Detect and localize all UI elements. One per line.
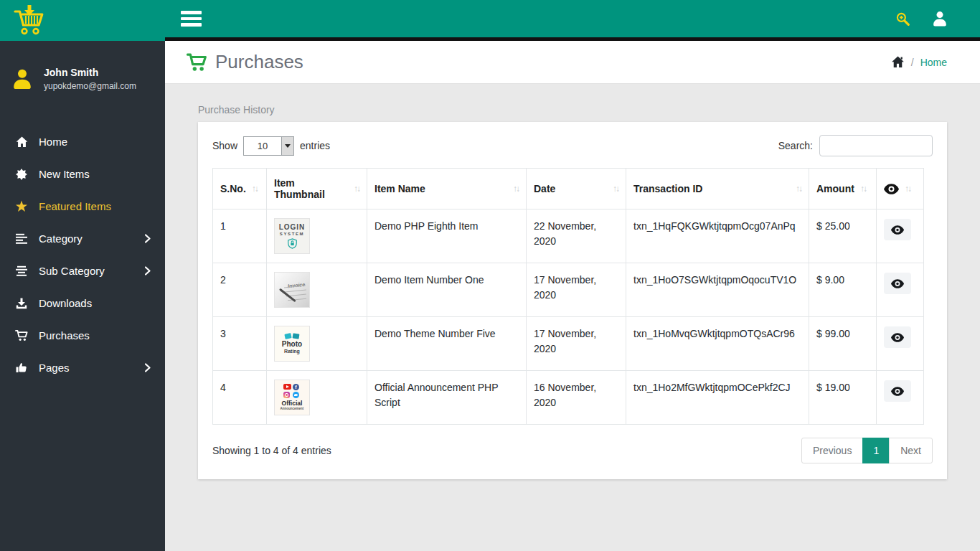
cell-sno: 2 [213, 263, 267, 317]
list-centered-icon [14, 265, 29, 276]
official-announcement-thumbnail: f Official Announcement [274, 380, 310, 415]
column-header-sno[interactable]: S.No.↑↓ [213, 169, 267, 209]
entries-summary: Showing 1 to 4 of 4 entries [212, 445, 331, 456]
cell-date: 22 November, 2020 [527, 209, 626, 263]
column-header-item-name[interactable]: Item Name↑↓ [367, 169, 527, 209]
cart-icon [14, 329, 29, 342]
user-avatar-icon [11, 67, 35, 90]
search-control: Search: [778, 135, 933, 156]
cell-transaction-id: txn_1HoMvqGWktjtqpmOTQsACr96 [626, 317, 809, 371]
column-header-amount[interactable]: Amount↑↓ [809, 169, 877, 209]
cell-transaction-id: txn_1HoO7SGWktjtqpmOqocuTV1O [626, 263, 809, 317]
login-system-thumbnail: LOGIN SYSTEM [274, 218, 310, 254]
column-header-view[interactable]: ↑↓ [877, 169, 924, 209]
home-icon[interactable] [891, 56, 905, 68]
user-name: John Smith [44, 67, 136, 78]
sort-icon: ↑↓ [905, 184, 910, 194]
cart-download-logo-icon [11, 5, 47, 37]
purchase-history-table: S.No.↑↓ Item Thumbnail↑↓ Item Name↑↓ Dat… [212, 168, 924, 425]
sidebar-item-new-items[interactable]: New Items [0, 158, 165, 190]
cell-item-name: Demo Theme Number Five [367, 317, 527, 371]
cell-date: 16 November, 2020 [527, 371, 626, 425]
invoice-thumbnail: Invoice [274, 272, 310, 308]
page-size-value: 10 [244, 137, 281, 155]
view-button[interactable] [884, 219, 911, 240]
page-title: Purchases [187, 51, 303, 73]
sidebar: John Smith yupokdemo@gmail.com Home New … [0, 0, 165, 551]
cell-item-name: Demo PHP Eighth Item [367, 209, 527, 263]
brand-logo[interactable] [0, 0, 165, 41]
table-controls: Show 10 entries Search: [212, 135, 933, 156]
table-row: 3 Photo Rating Demo Theme Number Five 17… [213, 317, 924, 371]
photo-cards-graphic [285, 334, 299, 339]
cell-transaction-id: txn_1Ho2MfGWktjtqpmOCePkf2CJ [626, 371, 809, 425]
column-header-transaction-id[interactable]: Transaction ID↑↓ [626, 169, 809, 209]
cell-amount: $ 25.00 [809, 209, 877, 263]
sort-icon: ↑↓ [796, 184, 801, 194]
next-page-button[interactable]: Next [889, 438, 933, 463]
breadcrumb-home-link[interactable]: Home [920, 57, 947, 68]
cell-sno: 4 [213, 371, 267, 425]
sidebar-item-category[interactable]: Category [0, 222, 165, 255]
sidebar-item-label: Pages [39, 362, 70, 374]
search-label: Search: [778, 140, 813, 151]
sort-icon: ↑↓ [354, 184, 359, 194]
page-title-text: Purchases [215, 51, 303, 73]
sidebar-item-label: New Items [39, 168, 90, 180]
facebook-icon: f [293, 384, 299, 390]
cell-transaction-id: txn_1HqFQKGWktjtqpmOcg07AnPq [626, 209, 809, 263]
table-row: 4 f Official [213, 371, 924, 425]
social-icons-graphic: f [283, 384, 301, 398]
table-row: 1 LOGIN SYSTEM Demo PHP Eighth Item 22 N… [213, 209, 924, 263]
show-label: Show [212, 140, 237, 151]
cell-sno: 1 [213, 209, 267, 263]
chevron-right-icon [145, 234, 151, 243]
page-size-select[interactable]: 10 [243, 136, 294, 156]
entries-label: entries [300, 140, 330, 151]
cell-date: 17 November, 2020 [527, 263, 626, 317]
instagram-icon [283, 392, 290, 398]
sidebar-item-downloads[interactable]: Downloads [0, 287, 165, 319]
previous-page-button[interactable]: Previous [801, 438, 863, 463]
burst-icon [14, 169, 29, 180]
main-area: Purchases / Home Purchase History Show 1… [165, 0, 980, 551]
view-button[interactable] [884, 273, 911, 294]
section-label: Purchase History [198, 104, 947, 116]
topbar [165, 0, 980, 41]
cell-item-name: Demo Item Number One [367, 263, 527, 317]
app-root: John Smith yupokdemo@gmail.com Home New … [0, 0, 980, 551]
page-1-button[interactable]: 1 [862, 438, 890, 463]
column-header-thumbnail[interactable]: Item Thumbnail↑↓ [267, 169, 367, 209]
page-header: Purchases / Home [165, 41, 980, 84]
column-header-date[interactable]: Date↑↓ [527, 169, 626, 209]
cell-amount: $ 9.00 [809, 263, 877, 317]
hamburger-menu-icon[interactable] [181, 11, 202, 27]
eye-icon [884, 184, 899, 194]
sort-icon: ↑↓ [513, 184, 519, 194]
user-menu-icon[interactable] [931, 10, 948, 27]
photo-rating-thumbnail: Photo Rating [274, 326, 310, 362]
sidebar-item-home[interactable]: Home [0, 126, 165, 158]
sort-icon: ↑↓ [860, 184, 866, 194]
user-panel: John Smith yupokdemo@gmail.com [0, 41, 165, 97]
view-button[interactable] [884, 326, 911, 348]
sidebar-item-featured-items[interactable]: Featured Items [0, 190, 165, 222]
sidebar-item-label: Downloads [39, 297, 92, 309]
select-dropdown-arrow-icon [281, 137, 293, 155]
sidebar-item-label: Featured Items [39, 200, 111, 212]
sidebar-item-sub-category[interactable]: Sub Category [0, 255, 165, 287]
breadcrumb: / Home [891, 56, 947, 68]
twitter-icon [293, 392, 299, 398]
cell-amount: $ 19.00 [809, 371, 877, 425]
sidebar-item-purchases[interactable]: Purchases [0, 319, 165, 352]
search-plus-icon[interactable] [896, 12, 910, 26]
purchase-history-card: Show 10 entries Search: [198, 122, 947, 479]
cell-amount: $ 99.00 [809, 317, 877, 371]
sidebar-menu: Home New Items Featured Items Category S… [0, 126, 165, 384]
sidebar-item-label: Sub Category [39, 265, 105, 277]
sidebar-item-pages[interactable]: Pages [0, 352, 165, 384]
view-button[interactable] [884, 380, 911, 402]
search-input[interactable] [819, 135, 933, 156]
user-email: yupokdemo@gmail.com [44, 81, 136, 91]
cart-icon [187, 52, 208, 72]
